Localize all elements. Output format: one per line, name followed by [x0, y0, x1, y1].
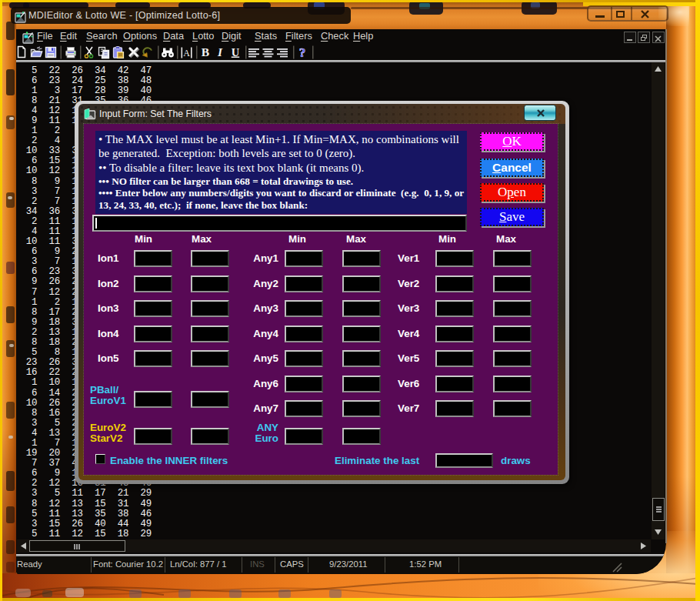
svg-text:?: ? [299, 45, 306, 60]
svg-text:I: I [217, 45, 223, 58]
svg-text:B: B [202, 45, 209, 58]
svg-text:A: A [183, 48, 190, 58]
svg-text:U: U [232, 46, 240, 58]
